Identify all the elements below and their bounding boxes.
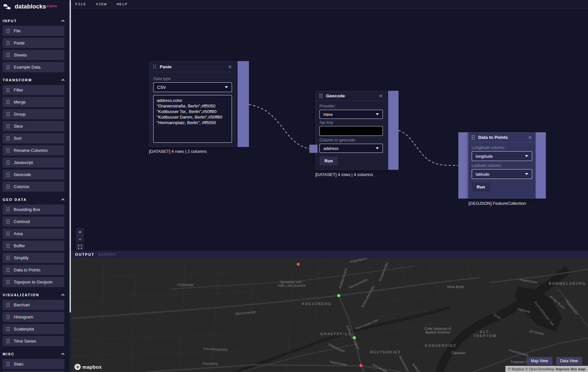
mapbox-logo[interactable]: ✣ mapbox xyxy=(74,364,102,370)
sidebar-item-bounding-box[interactable]: Bounding Box xyxy=(3,204,64,215)
sidebar-item-javascript[interactable]: Javascript xyxy=(3,157,64,168)
data-type-select[interactable]: CSV xyxy=(153,82,232,92)
drag-handle-icon[interactable] xyxy=(7,362,9,366)
sidebar-item-merge[interactable]: Merge xyxy=(3,97,64,107)
geocode-column-select[interactable]: address xyxy=(319,144,383,153)
paste-node-titlebar[interactable]: Paste ✕ xyxy=(149,61,236,72)
sidebar-item-barchart[interactable]: Barchart xyxy=(3,300,64,310)
drag-handle-icon[interactable] xyxy=(7,29,9,33)
attribution-text[interactable]: © Mapbox © OpenStreetMap xyxy=(508,367,554,371)
zoom-out-button[interactable]: − xyxy=(76,235,84,242)
drag-handle-icon[interactable] xyxy=(7,315,9,319)
chevron-up-icon[interactable] xyxy=(61,79,65,82)
provider-select[interactable]: Here xyxy=(319,110,383,119)
section-header[interactable]: VISUALIZATION xyxy=(0,289,69,300)
latitude-select[interactable]: latitude xyxy=(472,169,532,179)
drag-handle-icon[interactable] xyxy=(7,244,9,248)
drag-handle-icon[interactable] xyxy=(7,268,9,272)
sidebar-scrollbar[interactable] xyxy=(69,0,71,372)
drag-handle-icon[interactable] xyxy=(153,65,156,69)
sidebar-item-colorize[interactable]: Colorize xyxy=(3,182,64,192)
drag-handle-icon[interactable] xyxy=(7,88,9,92)
sidebar-item-paste[interactable]: Paste xyxy=(3,38,64,48)
drag-handle-icon[interactable] xyxy=(7,185,9,189)
section-header[interactable]: GEO DATA xyxy=(0,194,69,204)
drag-handle-icon[interactable] xyxy=(7,219,9,224)
sidebar-item-rename-columns[interactable]: Rename Columns xyxy=(3,145,64,155)
drag-handle-icon[interactable] xyxy=(7,148,9,153)
drag-handle-icon[interactable] xyxy=(7,232,9,236)
drag-handle-icon[interactable] xyxy=(7,207,9,212)
chevron-up-icon[interactable] xyxy=(61,353,65,356)
close-icon[interactable]: ✕ xyxy=(528,135,532,140)
sidebar-item-centroid[interactable]: Centroid xyxy=(3,217,64,227)
geocode-output-port[interactable] xyxy=(388,91,399,170)
drag-handle-icon[interactable] xyxy=(7,124,9,128)
section-header[interactable]: MISC xyxy=(0,348,69,359)
paste-node[interactable]: Paste ✕ Data type CSV address,color "Ora… xyxy=(149,61,236,147)
data-view-button[interactable]: Data View xyxy=(556,357,582,365)
drag-handle-icon[interactable] xyxy=(472,135,475,139)
map-point[interactable] xyxy=(360,364,363,367)
geocode-node-titlebar[interactable]: Geocode ✕ xyxy=(316,91,387,101)
map-point[interactable] xyxy=(353,336,356,339)
geocode-run-button[interactable]: Run xyxy=(319,156,338,165)
map-point[interactable] xyxy=(297,263,300,266)
sidebar-item-sort[interactable]: Sort xyxy=(3,133,64,143)
drag-handle-icon[interactable] xyxy=(7,53,9,57)
sidebar-item-scatterplot[interactable]: Scatterplot xyxy=(3,324,64,334)
drag-handle-icon[interactable] xyxy=(319,94,322,98)
sidebar-item-buffer[interactable]: Buffer xyxy=(3,241,64,251)
chevron-up-icon[interactable] xyxy=(61,20,65,23)
sidebar-item-topojson-to-geojson[interactable]: Topojson to Geojson xyxy=(3,277,64,287)
drag-handle-icon[interactable] xyxy=(7,303,9,307)
sidebar-item-sheets[interactable]: Sheets xyxy=(3,50,64,60)
sidebar-item-group[interactable]: Group xyxy=(3,109,64,119)
sidebar-item-stats[interactable]: Stats xyxy=(3,359,64,369)
sidebar-item-slice[interactable]: Slice xyxy=(3,121,64,131)
csv-input[interactable]: address,color "Oranienstraße, Berlin",#f… xyxy=(153,95,232,143)
longitude-select[interactable]: longitude xyxy=(472,151,532,161)
sidebar-item-file[interactable]: File xyxy=(3,26,64,36)
sidebar-item-example-data[interactable]: Example Data xyxy=(3,62,64,72)
drag-handle-icon[interactable] xyxy=(7,280,9,284)
datatopoints-run-button[interactable]: Run xyxy=(472,183,490,191)
drag-handle-icon[interactable] xyxy=(7,136,9,140)
menu-help[interactable]: HELP xyxy=(117,2,128,6)
sidebar-item-simplify[interactable]: Simplify xyxy=(3,253,64,263)
menu-file[interactable]: FILE xyxy=(75,2,86,6)
map-point[interactable] xyxy=(337,294,340,297)
sidebar-item-time-series[interactable]: Time Series xyxy=(3,336,64,346)
close-icon[interactable]: ✕ xyxy=(379,93,383,98)
datatopoints-output-port[interactable] xyxy=(536,132,546,199)
sidebar-item-data-to-points[interactable]: Data to Points xyxy=(3,265,64,275)
datatopoints-input-port[interactable] xyxy=(458,132,468,199)
datatopoints-node[interactable]: Data to Points ✕ Longitude column: longi… xyxy=(468,132,536,199)
map-view-button[interactable]: Map View xyxy=(527,357,552,365)
drag-handle-icon[interactable] xyxy=(7,112,9,116)
close-icon[interactable]: ✕ xyxy=(228,64,232,69)
improve-map-link[interactable]: Improve this map xyxy=(556,367,585,371)
drag-handle-icon[interactable] xyxy=(7,41,9,45)
sidebar-item-geocode[interactable]: Geocode xyxy=(3,170,64,180)
menu-view[interactable]: VIEW xyxy=(96,2,107,6)
section-header[interactable]: TRANSFORM xyxy=(0,74,69,85)
api-key-input[interactable] xyxy=(319,126,383,136)
geocode-input-port[interactable] xyxy=(309,145,318,153)
paste-output-port[interactable] xyxy=(237,61,249,147)
chevron-up-icon[interactable] xyxy=(61,199,65,202)
drag-handle-icon[interactable] xyxy=(7,256,9,260)
output-map[interactable]: KREUZBERGGRAEFEKIEZREUTERKIEZRUMMELSBURG… xyxy=(71,258,588,372)
chevron-up-icon[interactable] xyxy=(61,294,65,297)
geocode-node[interactable]: Geocode ✕ Provider: Here Api key: Column… xyxy=(315,91,387,170)
drag-handle-icon[interactable] xyxy=(7,172,9,177)
section-header[interactable]: INPUT xyxy=(0,15,69,26)
fit-view-button[interactable] xyxy=(76,243,84,250)
zoom-in-button[interactable]: + xyxy=(76,228,84,235)
drag-handle-icon[interactable] xyxy=(7,65,9,69)
sidebar-item-area[interactable]: Area xyxy=(3,229,64,239)
sidebar-item-histogram[interactable]: Histogram xyxy=(3,312,64,322)
export-button[interactable]: EXPORT xyxy=(98,252,116,256)
datatopoints-node-titlebar[interactable]: Data to Points ✕ xyxy=(468,133,535,142)
drag-handle-icon[interactable] xyxy=(7,100,9,104)
